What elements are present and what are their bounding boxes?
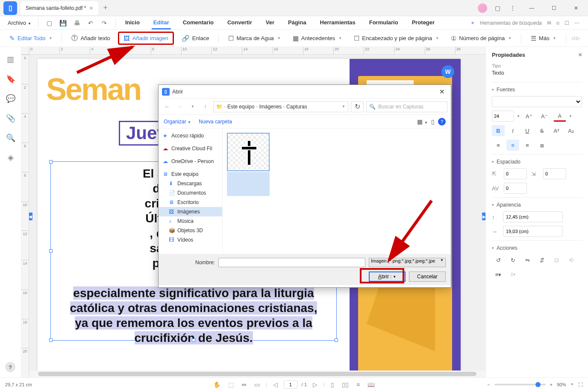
undo-icon[interactable]: ↶: [85, 18, 96, 28]
rotate-cw-button[interactable]: ↻: [506, 254, 519, 266]
preview-pane-icon[interactable]: ▯: [431, 118, 435, 125]
tab-handle-right[interactable]: ▶: [482, 213, 485, 220]
recent-icon[interactable]: ▼: [188, 105, 198, 108]
height-input[interactable]: [503, 226, 563, 237]
tab-ver[interactable]: Ver: [264, 17, 276, 29]
open-button[interactable]: AAbrirbrir ▼: [369, 271, 406, 282]
document-tab[interactable]: Semana santa-folleto.pdf * ×: [21, 1, 98, 15]
zoom-slider[interactable]: [494, 384, 546, 385]
subscript-button[interactable]: A₂: [564, 125, 577, 136]
background-button[interactable]: ▦ Antecedentes▼: [288, 33, 346, 44]
single-page-icon[interactable]: ▯: [329, 381, 336, 388]
tree-creative-cloud[interactable]: ☁Creative Cloud Fil: [159, 144, 222, 153]
scroll-right-icon[interactable]: ▷: [576, 35, 580, 41]
print-icon[interactable]: 🖶: [72, 18, 82, 28]
add-image-button[interactable]: 🖼 Añadir imagen: [118, 32, 174, 45]
tree-downloads[interactable]: ⬇Descargas: [159, 179, 222, 188]
file-item-cross[interactable]: [227, 133, 270, 196]
tab-formulario[interactable]: Formulario: [368, 17, 400, 29]
minimize-button[interactable]: —: [523, 0, 540, 16]
new-folder-button[interactable]: Nueva carpeta: [199, 119, 232, 125]
replace-button[interactable]: ⟲: [564, 254, 577, 266]
up-icon[interactable]: ↑: [200, 103, 211, 110]
refresh-icon[interactable]: ↻: [351, 101, 364, 112]
actions-section[interactable]: Acciones: [492, 245, 582, 251]
select-tool-icon[interactable]: ⬚: [226, 381, 235, 388]
page-input[interactable]: [284, 380, 297, 389]
bell-icon[interactable]: ☐: [564, 20, 569, 26]
dots-icon[interactable]: ⋯: [574, 20, 579, 26]
organize-menu[interactable]: Organizar ▼: [164, 119, 191, 125]
save-icon[interactable]: 💾: [58, 18, 68, 28]
redo-icon[interactable]: ↷: [99, 18, 109, 28]
font-family-select[interactable]: [492, 96, 582, 107]
filetype-select[interactable]: Imagen (*.png;*.jpg;*.jpeg;*.jpe ▼: [369, 258, 446, 267]
open-icon[interactable]: ▢: [44, 18, 55, 28]
first-page-icon[interactable]: ◁: [271, 381, 279, 388]
spacing-section[interactable]: Espaciado: [492, 159, 582, 165]
tree-images[interactable]: 🖼Imágenes: [159, 207, 222, 216]
line-spacing-button[interactable]: ≡▾: [492, 269, 505, 280]
send-icon[interactable]: ✉: [547, 20, 551, 26]
tab-pagina[interactable]: Página: [286, 17, 308, 29]
close-props-icon[interactable]: ×: [579, 51, 582, 58]
align-center-button[interactable]: ≡: [506, 140, 519, 151]
dialog-close-button[interactable]: ✕: [437, 88, 447, 96]
spacing-after-input[interactable]: [543, 168, 566, 179]
tree-music[interactable]: ♪Música: [159, 216, 222, 226]
filename-input[interactable]: [218, 258, 365, 267]
back-icon[interactable]: ←: [162, 103, 172, 110]
edit-all-button[interactable]: ✎ Editar Todo ▼: [5, 33, 56, 44]
tree-desktop[interactable]: 🖥Escritorio: [159, 198, 222, 207]
layers-icon[interactable]: ◈: [6, 153, 15, 162]
flip-v-button[interactable]: ⇵: [535, 254, 548, 266]
zoom-out-icon[interactable]: −: [487, 382, 490, 387]
flip-h-button[interactable]: ⇋: [521, 254, 534, 266]
char-spacing-input[interactable]: [504, 183, 527, 194]
font-increase-icon[interactable]: A⁺: [523, 111, 535, 122]
maximize-button[interactable]: ☐: [545, 0, 562, 16]
bookmarks-icon[interactable]: 🔖: [6, 74, 15, 84]
share-icon[interactable]: ⎋: [556, 20, 559, 26]
file-list[interactable]: [223, 128, 451, 254]
tab-editar[interactable]: Editar: [152, 17, 171, 29]
appearance-section[interactable]: Apariencia: [492, 202, 582, 208]
dialog-help-icon[interactable]: ?: [438, 118, 446, 125]
tree-objects3d[interactable]: 📦Objetos 3D: [159, 226, 222, 235]
tree-videos[interactable]: 🎞Vídeos: [159, 235, 222, 245]
search-icon[interactable]: 🔍: [6, 133, 15, 143]
align-justify-button[interactable]: ≣: [535, 140, 548, 151]
strikethrough-button[interactable]: S̶: [535, 125, 548, 136]
bold-button[interactable]: B: [492, 125, 505, 136]
two-page-icon[interactable]: ▯▯: [340, 381, 350, 388]
new-tab-button[interactable]: +: [98, 3, 113, 12]
tree-quick-access[interactable]: ★Acceso rápido: [159, 131, 222, 140]
align-right-button[interactable]: ≡: [521, 140, 534, 151]
zoom-in-icon[interactable]: +: [550, 382, 553, 387]
font-decrease-icon[interactable]: A⁻: [538, 111, 551, 122]
read-mode-icon[interactable]: 📖: [366, 381, 376, 388]
font-size-input[interactable]: [492, 111, 514, 122]
forward-icon[interactable]: →: [175, 103, 185, 110]
hand-tool-icon[interactable]: ✋: [212, 381, 222, 388]
breadcrumb[interactable]: 📁 › Este equipo› Imágenes› Capturas ▼: [213, 101, 348, 112]
crop-button[interactable]: ⊡: [550, 254, 563, 266]
help-icon[interactable]: ?: [5, 362, 15, 372]
tab-inicio[interactable]: Inicio: [123, 17, 141, 29]
tree-onedrive[interactable]: ☁OneDrive - Person: [159, 157, 222, 166]
more-button[interactable]: ☰ Más▼: [526, 33, 560, 44]
width-input[interactable]: [503, 211, 563, 222]
continuous-icon[interactable]: ≡: [355, 381, 362, 388]
thumbnails-icon[interactable]: ▥: [6, 55, 15, 64]
align-left-button[interactable]: ≡: [492, 140, 505, 151]
next-page-icon[interactable]: ▷: [311, 381, 319, 388]
tab-comentario[interactable]: Comentario: [181, 17, 215, 29]
distribute-button[interactable]: ⫴▾: [506, 269, 519, 280]
fit-width-icon[interactable]: ⇔: [240, 381, 248, 388]
tree-this-pc[interactable]: 🖥Este equipo: [159, 169, 222, 179]
search-input[interactable]: 🔍 Buscar en Capturas: [366, 101, 447, 112]
page-number-button[interactable]: ① Número de página▼: [447, 33, 516, 44]
link-button[interactable]: 🔗 Enlace: [177, 33, 214, 44]
italic-button[interactable]: I: [506, 125, 519, 136]
font-color-icon[interactable]: A: [553, 111, 566, 122]
